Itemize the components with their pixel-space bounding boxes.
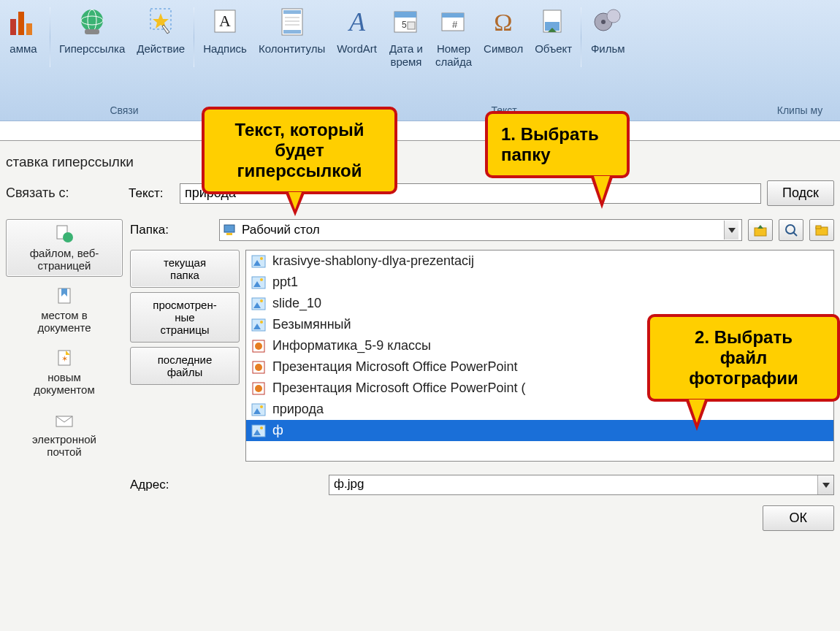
svg-rect-23 bbox=[442, 13, 464, 18]
file-item[interactable]: slide_10 bbox=[246, 293, 833, 314]
ribbon-symbol[interactable]: Ω Символ bbox=[478, 3, 529, 76]
file-name: ppt1 bbox=[272, 275, 298, 290]
callout-text-hyperlink: Текст, который будет гиперссылкой bbox=[202, 107, 397, 194]
svg-rect-19 bbox=[394, 12, 416, 18]
film-icon bbox=[590, 4, 625, 39]
chevron-down-icon[interactable] bbox=[817, 475, 833, 494]
svg-rect-47 bbox=[816, 226, 821, 229]
file-name: природа bbox=[272, 402, 324, 417]
bookmark-icon bbox=[54, 286, 75, 307]
ribbon-headerfooter-label: Колонтитулы bbox=[259, 42, 325, 56]
ribbon-hyperlink-label: Гиперссылка bbox=[59, 42, 125, 56]
image-icon bbox=[251, 275, 267, 290]
svg-line-45 bbox=[793, 232, 797, 236]
file-name: Информатика_5-9 классы bbox=[272, 338, 431, 353]
svg-point-53 bbox=[260, 278, 263, 281]
file-item[interactable]: ppt1 bbox=[246, 272, 833, 293]
svg-point-61 bbox=[255, 343, 262, 350]
svg-rect-41 bbox=[226, 233, 232, 235]
svg-text:5: 5 bbox=[402, 20, 407, 30]
svg-point-63 bbox=[255, 364, 262, 371]
svg-marker-43 bbox=[757, 225, 763, 229]
chart-icon bbox=[6, 4, 41, 39]
svg-rect-6 bbox=[85, 29, 99, 34]
ribbon-object-label: Объект bbox=[535, 42, 572, 56]
file-name: Презентация Microsoft Office PowerPoint bbox=[272, 359, 517, 375]
ok-button[interactable]: ОК bbox=[763, 505, 835, 531]
svg-text:A: A bbox=[219, 12, 231, 30]
up-folder-button[interactable] bbox=[748, 219, 773, 241]
link-target-label: файлом, веб- страницей bbox=[30, 247, 99, 272]
globe-icon bbox=[75, 4, 110, 39]
address-label: Адрес: bbox=[130, 478, 329, 492]
link-target-label: новым документом bbox=[34, 371, 94, 396]
ppt-icon bbox=[251, 339, 267, 353]
ribbon-headerfooter[interactable]: Колонтитулы bbox=[253, 3, 331, 76]
wordart-icon: A bbox=[340, 4, 375, 39]
file-name: krasivye-shablony-dlya-prezentacij bbox=[272, 253, 474, 269]
view-column: текущая папка просмотрен- ные страницы п… bbox=[130, 250, 240, 462]
ribbon-movie[interactable]: Фильм bbox=[584, 3, 631, 76]
ribbon-sep bbox=[581, 7, 581, 67]
dialog-title: ставка гиперссылки bbox=[0, 141, 840, 177]
svg-rect-40 bbox=[224, 225, 234, 232]
ribbon: амма Гиперссылка Действие A Надпись Коло… bbox=[0, 0, 840, 121]
textbox-icon: A bbox=[207, 4, 243, 39]
folder-label: Папка: bbox=[130, 223, 219, 237]
browse-file-button[interactable] bbox=[809, 219, 834, 241]
slidenum-icon: # bbox=[436, 4, 471, 39]
link-target-file-web[interactable]: файлом, веб- страницей bbox=[6, 219, 123, 277]
text-label: Текст: bbox=[129, 186, 180, 201]
svg-point-68 bbox=[260, 405, 263, 408]
object-icon bbox=[536, 4, 571, 39]
folder-value: Рабочий стол bbox=[242, 223, 724, 237]
callout-label: 2. Выбрать файл фотографии bbox=[689, 327, 798, 388]
link-target-newdoc[interactable]: ✶ новым документом bbox=[6, 343, 123, 401]
page-globe-icon bbox=[54, 224, 75, 245]
file-name: Презентация Microsoft Office PowerPoint … bbox=[272, 380, 525, 396]
ribbon-datetime[interactable]: 5 Дата и время bbox=[383, 3, 429, 76]
svg-point-3 bbox=[81, 9, 103, 31]
svg-rect-21 bbox=[408, 22, 415, 29]
ribbon-textbox[interactable]: A Надпись bbox=[197, 3, 253, 76]
ribbon-wordart-label: WordArt bbox=[337, 42, 377, 56]
address-input[interactable]: ф.jpg bbox=[329, 475, 834, 495]
link-target-place[interactable]: местом в документе bbox=[6, 281, 123, 339]
screentip-button[interactable]: Подск bbox=[767, 180, 834, 206]
ribbon-chart-label: амма bbox=[9, 42, 37, 56]
svg-rect-0 bbox=[10, 19, 16, 35]
headerfooter-icon bbox=[275, 4, 310, 39]
folder-dropdown[interactable]: Рабочий стол bbox=[219, 219, 742, 241]
view-current-folder[interactable]: текущая папка bbox=[130, 250, 240, 288]
ribbon-chart[interactable]: амма bbox=[0, 3, 47, 76]
ribbon-object[interactable]: Объект bbox=[529, 3, 578, 76]
svg-point-30 bbox=[607, 9, 620, 23]
svg-point-59 bbox=[260, 321, 263, 324]
omega-icon: Ω bbox=[486, 4, 521, 39]
svg-text:Ω: Ω bbox=[494, 9, 512, 36]
ribbon-slidenum[interactable]: # Номер слайда bbox=[429, 3, 478, 76]
image-icon bbox=[251, 297, 267, 311]
file-name: ф bbox=[272, 423, 283, 438]
ribbon-group-media: Клипы му bbox=[760, 104, 840, 116]
image-icon bbox=[251, 424, 267, 438]
callout-label: 1. Выбрать папку bbox=[501, 124, 614, 165]
file-item[interactable]: krasivye-shablony-dlya-prezentacij bbox=[246, 251, 833, 272]
ribbon-action-label: Действие bbox=[137, 42, 185, 56]
file-item[interactable]: ф bbox=[246, 420, 833, 441]
star-cursor-icon bbox=[143, 4, 178, 39]
ribbon-movie-label: Фильм bbox=[591, 42, 625, 56]
svg-text:#: # bbox=[452, 19, 458, 30]
ribbon-wordart[interactable]: A WordArt bbox=[331, 3, 383, 76]
datetime-icon: 5 bbox=[389, 4, 424, 39]
ribbon-action[interactable]: Действие bbox=[131, 3, 191, 76]
view-recent-files[interactable]: последние файлы bbox=[130, 347, 240, 385]
file-item[interactable]: природа bbox=[246, 399, 833, 420]
ribbon-hyperlink[interactable]: Гиперссылка bbox=[53, 3, 131, 76]
link-target-email[interactable]: электронной почтой bbox=[6, 405, 123, 463]
chevron-down-icon[interactable] bbox=[724, 221, 738, 240]
browse-web-button[interactable] bbox=[779, 219, 803, 241]
svg-point-31 bbox=[601, 20, 606, 24]
image-icon bbox=[251, 318, 267, 332]
view-browsed-pages[interactable]: просмотрен- ные страницы bbox=[130, 292, 240, 343]
